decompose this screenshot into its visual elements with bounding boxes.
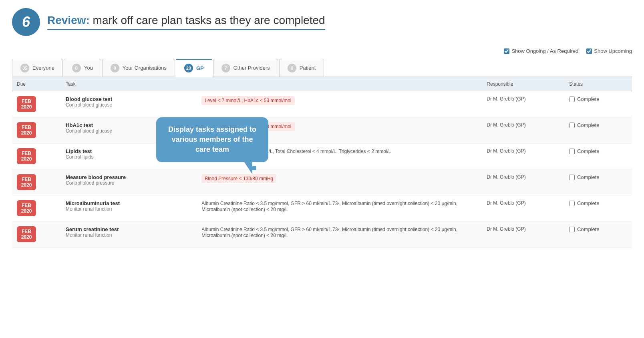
col-task: Task: [61, 77, 197, 91]
task-sub: Monitor renal function: [66, 232, 192, 238]
cell-responsible: Dr M. Greblo (GP): [482, 221, 564, 247]
complete-label: Complete: [577, 226, 600, 232]
show-ongoing-label[interactable]: Show Ongoing / As Required: [504, 48, 578, 54]
tab-label-other-providers: Other Providers: [233, 65, 270, 71]
show-upcoming-label[interactable]: Show Upcoming: [586, 48, 632, 54]
cell-responsible: Dr M. Greblo (GP): [482, 117, 564, 143]
complete-checkbox[interactable]: [569, 123, 575, 128]
complete-label: Complete: [577, 200, 600, 206]
cell-status: Complete: [564, 117, 632, 143]
tabs: 35Everyone0You0Your Organisations20GP7Ot…: [12, 59, 632, 77]
table-row: FEB2020Measure blood pressureControl blo…: [12, 169, 632, 195]
page: 6 Review: mark off care plan tasks as th…: [0, 0, 644, 256]
cell-status: Complete: [564, 195, 632, 221]
complete-checkbox[interactable]: [569, 227, 575, 232]
complete-label: Complete: [577, 96, 600, 102]
step-number: 6: [22, 14, 30, 30]
complete-checkbox[interactable]: [569, 149, 575, 154]
tab-badge-patient: 8: [288, 64, 296, 72]
tab-gp[interactable]: 20GP: [176, 59, 212, 77]
task-name: Measure blood pressure: [66, 174, 192, 180]
tab-badge-your-orgs: 0: [111, 64, 119, 72]
task-name: Microalbuminuria test: [66, 200, 192, 206]
table-container: Display tasks assigned to various member…: [12, 77, 632, 247]
cell-target: Level < 7 mmol/L, HbA1c ≤ 53 mmol/mol: [197, 117, 482, 143]
cell-due: FEB2020: [12, 117, 61, 143]
cell-target: Albumin Creatinine Ratio < 3.5 mg/mmol, …: [197, 221, 482, 247]
tab-label-you: You: [84, 65, 93, 71]
tab-patient[interactable]: 8Patient: [279, 59, 324, 76]
cell-status: Complete: [564, 169, 632, 195]
cell-responsible: Dr M. Greblo (GP): [482, 195, 564, 221]
target-value: Blood Pressure < 130/80 mmHg: [201, 174, 276, 183]
cell-task: Lipids testControl lipids: [61, 143, 197, 169]
complete-cell: Complete: [569, 96, 627, 102]
target-value: HDL ≥ 1 mmol/L, LDL < 2 mmol/L, Total Ch…: [201, 149, 391, 154]
task-name: HbA1c test: [66, 122, 192, 128]
table-row: FEB2020Blood glucose testControl blood g…: [12, 91, 632, 117]
complete-checkbox[interactable]: [569, 175, 575, 180]
cell-task: Blood glucose testControl blood glucose: [61, 91, 197, 117]
target-value: Level < 7 mmol/L, HbA1c ≤ 53 mmol/mol: [201, 122, 294, 131]
tab-badge-you: 0: [72, 64, 81, 72]
complete-checkbox[interactable]: [569, 97, 575, 102]
complete-cell: Complete: [569, 148, 627, 154]
tab-label-gp: GP: [196, 65, 204, 71]
tab-your-orgs[interactable]: 0Your Organisations: [102, 59, 175, 76]
cell-due: FEB2020: [12, 91, 61, 117]
table-row: FEB2020HbA1c testControl blood glucoseLe…: [12, 117, 632, 143]
tab-badge-everyone: 35: [20, 64, 29, 72]
cell-target: Albumin Creatinine Ratio < 3.5 mg/mmol, …: [197, 195, 482, 221]
date-badge: FEB2020: [17, 174, 36, 190]
date-badge: FEB2020: [17, 148, 36, 164]
task-name: Lipids test: [66, 148, 192, 154]
show-ongoing-checkbox[interactable]: [504, 48, 509, 54]
task-sub: Control blood glucose: [66, 102, 192, 108]
col-responsible: Responsible: [482, 77, 564, 91]
complete-cell: Complete: [569, 174, 627, 180]
complete-label: Complete: [577, 148, 600, 154]
cell-due: FEB2020: [12, 169, 61, 195]
table-row: FEB2020Serum creatinine testMonitor rena…: [12, 221, 632, 247]
top-controls: Show Ongoing / As Required Show Upcoming: [12, 48, 632, 54]
tab-badge-other-providers: 7: [221, 64, 230, 72]
cell-due: FEB2020: [12, 143, 61, 169]
tab-other-providers[interactable]: 7Other Providers: [213, 59, 278, 76]
date-badge: FEB2020: [17, 122, 36, 138]
cell-status: Complete: [564, 221, 632, 247]
date-badge: FEB2020: [17, 200, 36, 216]
page-title: Review: mark off care plan tasks as they…: [47, 14, 325, 27]
col-status: Status: [564, 77, 632, 91]
page-header: 6 Review: mark off care plan tasks as th…: [12, 8, 632, 36]
complete-checkbox[interactable]: [569, 201, 575, 206]
tab-badge-gp: 20: [184, 64, 193, 72]
date-badge: FEB2020: [17, 226, 36, 242]
task-name: Blood glucose test: [66, 96, 192, 102]
complete-cell: Complete: [569, 226, 627, 232]
col-due: Due: [12, 77, 61, 91]
cell-status: Complete: [564, 91, 632, 117]
table-row: FEB2020Microalbuminuria testMonitor rena…: [12, 195, 632, 221]
show-upcoming-checkbox[interactable]: [586, 48, 592, 54]
complete-label: Complete: [577, 122, 600, 128]
date-badge: FEB2020: [17, 96, 36, 112]
tab-you[interactable]: 0You: [64, 59, 101, 76]
cell-task: Measure blood pressureControl blood pres…: [61, 169, 197, 195]
target-value: Level < 7 mmol/L, HbA1c ≤ 53 mmol/mol: [201, 96, 294, 105]
step-circle: 6: [12, 8, 40, 36]
tab-label-everyone: Everyone: [32, 65, 54, 71]
task-sub: Control lipids: [66, 154, 192, 160]
tab-label-your-orgs: Your Organisations: [123, 65, 167, 71]
complete-label: Complete: [577, 174, 600, 180]
cell-task: Microalbuminuria testMonitor renal funct…: [61, 195, 197, 221]
cell-status: Complete: [564, 143, 632, 169]
complete-cell: Complete: [569, 122, 627, 128]
tab-label-patient: Patient: [300, 65, 316, 71]
cell-responsible: Dr M. Greblo (GP): [482, 143, 564, 169]
cell-target: Blood Pressure < 130/80 mmHg: [197, 169, 482, 195]
cell-responsible: Dr M. Greblo (GP): [482, 169, 564, 195]
tab-everyone[interactable]: 35Everyone: [12, 59, 63, 76]
table-row: FEB2020Lipids testControl lipidsHDL ≥ 1 …: [12, 143, 632, 169]
cell-responsible: Dr M. Greblo (GP): [482, 91, 564, 117]
task-sub: Control blood pressure: [66, 180, 192, 186]
